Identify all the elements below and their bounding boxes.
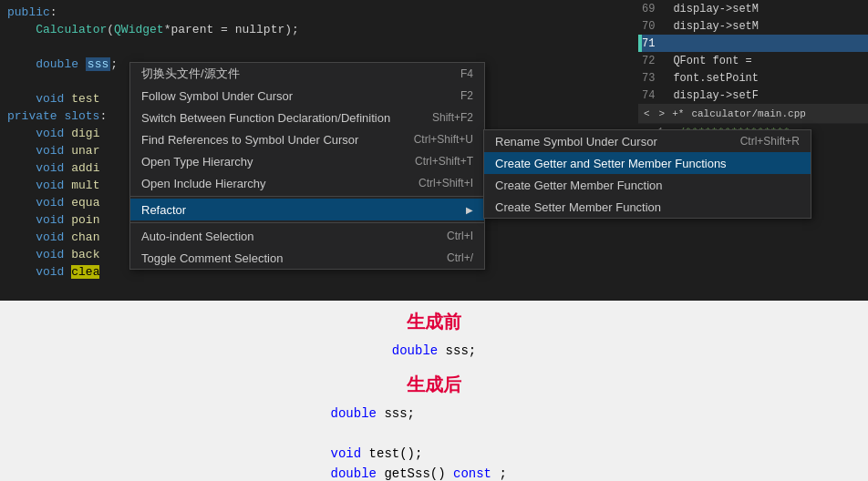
tab-bar: < > +* calculator/main.cpp [638,104,868,124]
label-after: 生成后 [407,373,461,397]
submenu-item-getter[interactable]: Create Getter Member Function [484,174,811,196]
menu-item-auto-indent[interactable]: Auto-indent Selection Ctrl+I [130,225,484,247]
menu-item-follow-symbol[interactable]: Follow Symbol Under Cursor F2 [130,85,484,107]
bottom-section: 生成前 double sss; 生成后 double sss; void tes… [0,301,868,481]
tab-filename: calculator/main.cpp [687,108,809,119]
code-line [0,38,611,56]
submenu-refactor: Rename Symbol Under Cursor Ctrl+Shift+R … [483,129,811,219]
context-menu: 切换头文件/源文件 F4 Follow Symbol Under Cursor … [129,62,485,270]
menu-separator [130,222,484,223]
menu-item-find-references[interactable]: Find References to Symbol Under Cursor C… [130,128,484,150]
menu-separator [130,196,484,197]
menu-item-type-hierarchy[interactable]: Open Type Hierarchy Ctrl+Shift+T [130,150,484,172]
code-line: Calculator(QWidget *parent = nullptr); [0,21,611,38]
menu-item-include-hierarchy[interactable]: Open Include Hierarchy Ctrl+Shift+I [130,172,484,194]
menu-item-toggle-comment[interactable]: Toggle Comment Selection Ctrl+/ [130,247,484,269]
green-indicator [638,35,642,52]
code-before-box: double sss; [365,334,503,373]
submenu-item-setter[interactable]: Create Setter Member Function [484,196,811,218]
menu-item-refactor[interactable]: Refactor ▶ [130,199,484,220]
label-before: 生成前 [407,310,461,334]
submenu-item-rename[interactable]: Rename Symbol Under Cursor Ctrl+Shift+R [484,130,811,152]
menu-item-switch-declaration[interactable]: Switch Between Function Declaration/Defi… [130,107,484,128]
menu-item-switch-file[interactable]: 切换头文件/源文件 F4 [130,63,484,85]
code-after-box: double sss; void test(); double getSss()… [304,397,565,481]
right-line-nums: 69 display->setM 70 display->setM 71 72 … [638,0,868,104]
submenu-arrow-icon: ▶ [466,205,473,215]
code-line: public: [0,4,611,21]
submenu-item-getter-setter[interactable]: Create Getter and Setter Member Function… [484,152,811,174]
